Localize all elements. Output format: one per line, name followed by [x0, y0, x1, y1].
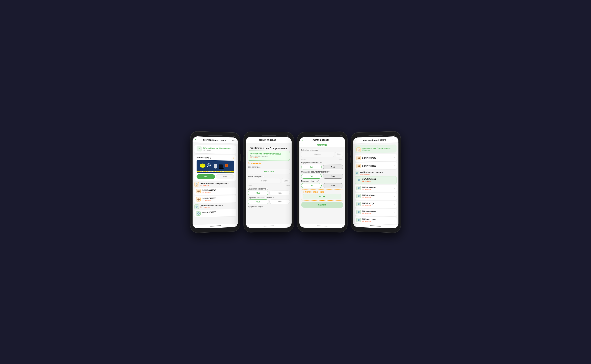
fonctionnel-oui[interactable]: Oui [248, 191, 268, 195]
p4-comp-text: Vérification des Compresseurs 2/2 Sectio… [362, 147, 390, 151]
moteur-section-icon: ⚙️ [195, 204, 199, 209]
p4-mas-5-chevron: › [394, 212, 395, 214]
p4-mas-6-text: MAS-FZ213041 0/2 Sections [362, 218, 376, 222]
info-card-text: Informations sur l'intervention 6/6 Tâch… [203, 147, 231, 152]
p3-fonctionnel-yesno: Oui Non [301, 164, 344, 169]
svg-rect-6 [200, 166, 205, 167]
info-card-left: Informations sur l'intervention 6/6 Tâch… [197, 146, 231, 152]
p4-comp-1-left: 📦 COMP-0947649 [357, 156, 376, 160]
pressure-field-group: Relevé de la pression Nombre Bars 4.5 mi… [248, 176, 290, 187]
p4-mas-2-icon: ⚙️ [357, 186, 361, 190]
p3-fonctionnel-non[interactable]: Non [323, 164, 343, 169]
p4-mas-2-subtitle: 0/2 Sections [362, 188, 376, 190]
p4-mas-5-left: ⚙️ MAS-FH455238 0/2 Sections [357, 210, 376, 214]
info-card-1[interactable]: Informations sur l'intervention 6/6 Tâch… [195, 144, 236, 154]
svg-rect-13 [226, 164, 227, 167]
pressure-max: Max 6 [286, 185, 290, 187]
menu-dots-3[interactable]: ··· [339, 138, 343, 141]
p3-fonctionnel-label: Equipement fonctionnel ? [301, 161, 344, 164]
p4-mas-5-item[interactable]: ⚙️ MAS-FH455238 0/2 Sections › [355, 208, 397, 216]
p3-fonctionnel-oui[interactable]: Oui [301, 165, 322, 169]
active-section-count: 0/6 Tâches [250, 157, 281, 159]
home-indicator-1 [210, 225, 221, 227]
p4-mas-3-title: MAS-AS765284 [362, 194, 376, 196]
p4-mas-1-count: 0/2 Sections [362, 180, 376, 182]
active-section-chevron: › [287, 155, 288, 157]
p4-moteur-text: Vérification des moteurs 0/10 Sections [360, 171, 383, 175]
pressure-label: Relevé de la pression [248, 176, 290, 177]
p4-comp-count: 2/2 Sections [362, 149, 390, 151]
p4-mas-3-item[interactable]: ⚙️ MAS-AS765284 0/2 Sections › [355, 193, 397, 200]
date-input[interactable]: 22/10/2020 [248, 169, 290, 174]
p4-comp-1-item[interactable]: 📦 COMP-0947649 › [355, 154, 397, 162]
p4-comp-1-chevron: › [394, 156, 395, 159]
mas-1-chevron: › [234, 212, 234, 214]
p3-pressure-max: Max 6 [339, 158, 343, 160]
p4-mas-4-item[interactable]: ⚙️ MAS-E14YQL 0/2 Sections › [355, 201, 397, 208]
epi-no-button[interactable]: Non [216, 174, 234, 179]
moteur-section-count: 0/10 Sections [200, 206, 223, 208]
suivant-button[interactable]: Suivant [301, 202, 344, 208]
active-section-card[interactable]: Informations sur le Compresseur Type, em… [248, 150, 290, 161]
comp-2-subtitle: 0/2 Sections [202, 199, 216, 201]
comp-1-icon: 📦 [196, 189, 201, 193]
active-section-text: Informations sur le Compresseur Type, em… [250, 152, 281, 159]
phone-1-screen: ‹ Intervention en cours ··· [193, 136, 238, 228]
p4-mas-3-text: MAS-AS765284 0/2 Sections [362, 194, 376, 198]
securite-oui[interactable]: Oui [248, 199, 268, 204]
intervention-divider: ⚙ Intervention [248, 162, 290, 165]
menu-dots-4[interactable]: ··· [392, 138, 396, 141]
p4-mas-3-chevron: › [394, 195, 395, 198]
phone-1: ‹ Intervention en cours ··· [190, 131, 240, 233]
info-card-subtitle: 6/6 Tâches [203, 150, 231, 152]
comp-2-item[interactable]: 📦 COMP-7462983 0/2 Sections › [195, 195, 236, 203]
fonctionnel-label: Equipement fonctionnel ? [248, 188, 290, 190]
p3-pressure-label: Relevé de la pression [301, 149, 344, 151]
moteur-section-title: Vérification des moteurs [200, 204, 223, 207]
p4-mas-1-active[interactable]: ⚙️ MAS-AJ765303 0/2 Sections › [355, 176, 397, 184]
creer-button[interactable]: + Créer [303, 194, 341, 199]
phone-3-screen: ‹ COMP-0947649 ··· 22/10/2020 Relevé de … [299, 137, 345, 228]
mas-1-item[interactable]: ⚙️ MAS-AJ765303 0/2 › [195, 209, 236, 217]
securite-non[interactable]: Non [269, 199, 290, 204]
fonctionnel-non[interactable]: Non [269, 191, 290, 195]
p3-propre-oui[interactable]: Oui [301, 183, 322, 188]
date-label: Date de la visite [248, 166, 290, 168]
p3-securite-oui[interactable]: Oui [301, 174, 322, 179]
menu-dots-2[interactable]: ··· [286, 139, 289, 142]
pressure-num-input[interactable]: Nombre [248, 178, 281, 183]
info-card-right: ℹ › [232, 148, 234, 151]
p4-comp-2-title: COMP-7462983 [362, 165, 376, 167]
form-main-title: Vérification des Compresseurs [248, 145, 290, 151]
epi-yes-no: Oui Non [197, 174, 234, 179]
home-indicator-4 [370, 225, 381, 227]
epi-yes-button[interactable]: Oui [197, 174, 215, 179]
active-section-title: Informations sur le Compresseur [250, 152, 281, 155]
comp-2-title: COMP-7462983 [202, 197, 216, 200]
menu-dots-1[interactable]: ··· [232, 139, 236, 142]
p4-comp-2-icon: 📦 [357, 164, 361, 168]
pressure-unit-input[interactable]: Bars [282, 178, 290, 183]
p3-securite-group: Organe de sécurité fonctionnel ? Oui Non [301, 171, 344, 179]
p4-moteur-title: Vérification des moteurs [360, 171, 383, 173]
phone-4: ‹ Intervention en cours ··· 📋 Vérificati… [351, 131, 401, 233]
p4-mas-6-item[interactable]: ⚙️ MAS-FZ213041 0/2 Sections › [355, 216, 397, 225]
securite-group: Organe de sécurité fonctionnel ? Oui Non [248, 197, 290, 204]
p4-moteur-count: 0/10 Sections [360, 173, 383, 175]
p4-mas-1-text: MAS-AJ765303 0/2 Sections [362, 178, 376, 182]
p3-pressure-unit[interactable]: Bars [335, 152, 343, 157]
p4-mas-1-left: ⚙️ MAS-AJ765303 0/2 Sections [357, 178, 376, 182]
comp-1-item[interactable]: 📦 COMP-0947649 0/2 Sections › [195, 188, 236, 195]
phone-2-bottom [246, 224, 292, 228]
comp-1-text: COMP-0947649 0/2 Sections [202, 189, 216, 193]
p3-propre-non[interactable]: Non [323, 183, 343, 188]
comp-1-title: COMP-0947649 [202, 189, 216, 191]
p3-securite-non[interactable]: Non [323, 174, 343, 179]
p4-mas-6-left: ⚙️ MAS-FZ213041 0/2 Sections [357, 218, 376, 223]
phone-3-bottom [299, 224, 345, 228]
p3-pressure-num[interactable]: Nombre [301, 152, 334, 157]
pressure-min: 4.5 min [248, 185, 253, 187]
info-badge: ℹ [232, 149, 232, 150]
p4-comp-2-item[interactable]: 📦 COMP-7462983 › [355, 162, 397, 169]
p4-mas-2-item[interactable]: ⚙️ MAS-AS345876 0/2 Sections › [355, 185, 397, 192]
